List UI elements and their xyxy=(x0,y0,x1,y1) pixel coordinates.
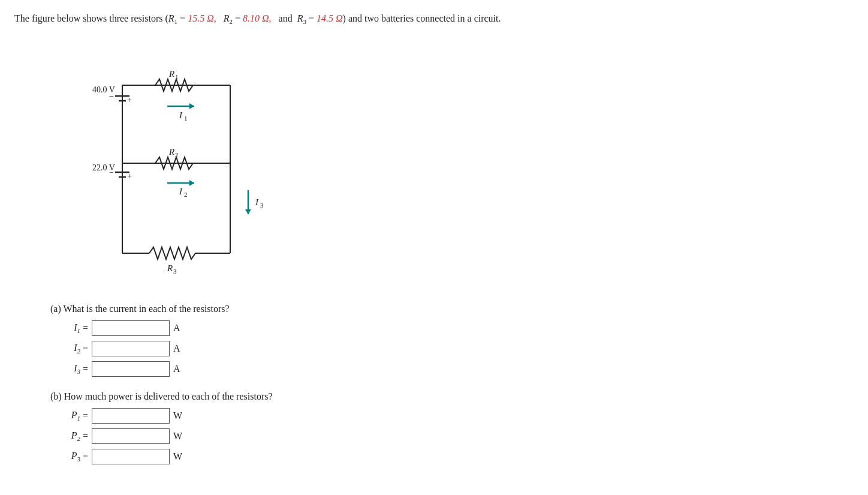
header-suffix: and two batteries connected in a circuit… xyxy=(346,13,501,23)
circuit-diagram: + − 40.0 V + − 22.0 V R 1 I 1 R xyxy=(62,37,302,289)
svg-text:3: 3 xyxy=(173,268,177,275)
p1-var: P1 xyxy=(50,410,80,422)
r3-value: 14.5 Ω xyxy=(317,13,343,23)
r2-label: R xyxy=(224,13,230,23)
questions-section: (a) What is the current in each of the r… xyxy=(50,304,854,464)
svg-text:2: 2 xyxy=(175,151,179,158)
header-text: The figure below shows three resistors (… xyxy=(14,11,854,28)
p3-var: P3 xyxy=(50,451,80,463)
p2-input[interactable] xyxy=(92,428,170,444)
p1-eq: = xyxy=(83,410,88,421)
p2-unit: W xyxy=(173,431,182,442)
question-a-label: (a) What is the current in each of the r… xyxy=(50,304,854,314)
p1-unit: W xyxy=(173,410,182,421)
p3-row: P3 = W xyxy=(50,449,854,464)
question-a-block: (a) What is the current in each of the r… xyxy=(50,304,854,377)
svg-text:R: R xyxy=(168,147,174,157)
svg-text:1: 1 xyxy=(184,115,188,122)
svg-text:I: I xyxy=(179,187,183,196)
i1-eq: = xyxy=(83,323,88,334)
i1-var: I1 xyxy=(50,322,80,334)
p3-eq: = xyxy=(83,451,88,462)
svg-text:R: R xyxy=(168,69,174,79)
r2-value: 8.10 Ω, xyxy=(243,13,272,23)
p2-row: P2 = W xyxy=(50,428,854,444)
r3-sub: 3 xyxy=(303,18,307,25)
i3-row: I3 = A xyxy=(50,361,854,377)
r1-value: 15.5 Ω, xyxy=(188,13,216,23)
r1-sub: 1 xyxy=(174,18,178,25)
svg-text:22.0 V: 22.0 V xyxy=(92,163,115,172)
svg-marker-33 xyxy=(245,209,251,214)
i3-var: I3 xyxy=(50,363,80,375)
i1-input[interactable] xyxy=(92,320,170,336)
svg-text:3: 3 xyxy=(260,202,264,209)
i2-input[interactable] xyxy=(92,341,170,356)
r1-label: R xyxy=(168,13,174,23)
svg-text:I: I xyxy=(179,110,183,120)
svg-text:I: I xyxy=(255,197,259,207)
p3-input[interactable] xyxy=(92,449,170,464)
i3-input[interactable] xyxy=(92,361,170,377)
svg-text:+: + xyxy=(127,95,132,104)
p3-unit: W xyxy=(173,451,182,462)
svg-text:2: 2 xyxy=(184,191,188,198)
svg-text:1: 1 xyxy=(175,73,179,80)
svg-marker-23 xyxy=(189,103,194,109)
i2-eq: = xyxy=(83,343,88,354)
p2-eq: = xyxy=(83,431,88,442)
i3-eq: = xyxy=(83,364,88,374)
p1-input[interactable] xyxy=(92,408,170,424)
svg-marker-29 xyxy=(189,180,194,186)
p2-var: P2 xyxy=(50,430,80,442)
r3-label: R xyxy=(297,13,303,23)
i1-row: I1 = A xyxy=(50,320,854,336)
svg-text:R: R xyxy=(167,263,173,273)
i2-unit: A xyxy=(173,343,180,354)
i2-row: I2 = A xyxy=(50,341,854,356)
i1-unit: A xyxy=(173,323,180,334)
i3-unit: A xyxy=(173,364,180,374)
i2-var: I2 xyxy=(50,343,80,355)
question-b-block: (b) How much power is delivered to each … xyxy=(50,391,854,464)
svg-text:+: + xyxy=(127,172,132,181)
svg-text:40.0 V: 40.0 V xyxy=(92,85,115,94)
question-b-label: (b) How much power is delivered to each … xyxy=(50,391,854,402)
p1-row: P1 = W xyxy=(50,408,854,424)
r2-sub: 2 xyxy=(230,18,233,25)
